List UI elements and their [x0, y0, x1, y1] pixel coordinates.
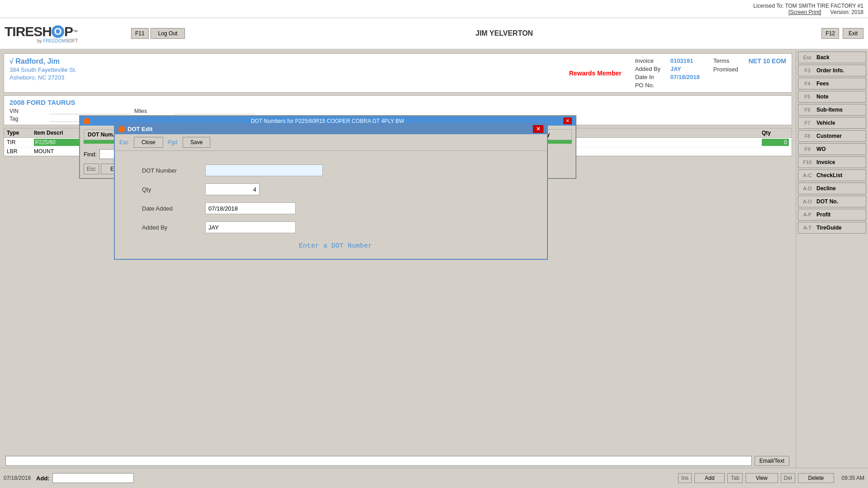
- invoice-label: Invoice: [635, 57, 667, 64]
- dot-esc-key[interactable]: Esc: [84, 164, 99, 174]
- miles-value: [174, 108, 255, 114]
- right-sidebar: Esc Back F3 Order Info. F4 Fees F5 Note …: [796, 50, 868, 468]
- invoice-number: 0103191: [670, 57, 693, 64]
- profit-button[interactable]: A-P Profit: [798, 209, 866, 221]
- customer-address1: 384 South Fayetteville St.: [9, 66, 556, 73]
- added-by-row: Added By: [142, 221, 529, 233]
- date-stamp: 07/18/2018: [4, 475, 31, 481]
- promised-label: Promised: [713, 66, 745, 73]
- vehicle-button[interactable]: F7 Vehicle: [798, 117, 866, 129]
- dot-number-input[interactable]: [205, 164, 323, 176]
- date-added-label: Date Added: [142, 205, 205, 212]
- logo-tire: TIRE: [5, 24, 33, 39]
- bottom-bar: 07/18/2018 Add: Ins Add Tab View Del Del…: [0, 468, 868, 488]
- view-button[interactable]: View: [745, 473, 778, 483]
- dot-number-label: DOT Number: [142, 167, 205, 174]
- rewards-badge: Rewards Member: [556, 57, 635, 89]
- logo-shop: SH: [33, 24, 52, 39]
- top-bar: Licensed To: TOM SMITH TIRE FACTORY #1 […: [0, 0, 868, 18]
- dot-edit-close-btn[interactable]: ✕: [533, 125, 543, 133]
- ins-key-btn[interactable]: Ins: [678, 473, 692, 483]
- decline-button[interactable]: A-D Decline: [798, 183, 866, 194]
- customer-address2: Asheboro, NC 27203: [9, 74, 556, 81]
- added-by-label-form: Added By: [142, 224, 205, 231]
- add-label: Add:: [36, 475, 50, 482]
- dot-edit-icon: [118, 126, 125, 132]
- logo-p: P: [64, 24, 73, 39]
- dot-outer-close-btn[interactable]: ✕: [563, 117, 572, 124]
- dot-edit-form: DOT Number Qty Date Added Added By Enter…: [115, 151, 547, 259]
- dot-edit-dialog: DOT Edit ✕ Esc Close Pgd Save DOT Number…: [114, 123, 548, 260]
- row1-type: TIR: [7, 139, 34, 145]
- terms-label: Terms: [713, 57, 745, 65]
- added-by-value: JAY: [670, 66, 681, 72]
- col-type: Type: [7, 130, 34, 136]
- exit-button[interactable]: Exit: [843, 28, 863, 39]
- row1-qty: 0: [762, 139, 789, 146]
- date-in-value: 07/18/2018: [670, 74, 700, 80]
- time-stamp: 09:35 AM: [841, 475, 864, 481]
- terms-value: NET 10 EOM: [749, 57, 786, 65]
- find-label: Find:: [84, 151, 97, 158]
- app-header: TIRE SH O P ™ by FREEDOMSOFT F11 Log Out…: [0, 18, 868, 50]
- pgd-key: Pgd: [168, 139, 177, 145]
- f11-button[interactable]: F11: [131, 28, 149, 39]
- note-button[interactable]: F5 Note: [798, 91, 866, 103]
- added-by-input[interactable]: [205, 221, 296, 233]
- f12-button[interactable]: F12: [821, 28, 839, 39]
- dot-no-button[interactable]: A-O DOT No.: [798, 196, 866, 207]
- sub-items-button[interactable]: F6 Sub-Items: [798, 104, 866, 116]
- logout-button[interactable]: Log Out: [151, 28, 185, 39]
- customer-name: √ Radford, Jim: [9, 57, 556, 66]
- logo-tm: ™: [73, 29, 78, 34]
- miles-label: Miles: [134, 108, 170, 114]
- po-no-label: PO No.: [635, 82, 667, 89]
- qty-input[interactable]: [205, 183, 259, 195]
- wo-button[interactable]: F9 WO: [798, 143, 866, 155]
- customer-info: √ Radford, Jim 384 South Fayetteville St…: [9, 57, 556, 89]
- email-text-button[interactable]: Email/Text: [755, 456, 789, 466]
- vin-label: VIN: [9, 108, 46, 114]
- fees-button[interactable]: F4 Fees: [798, 78, 866, 89]
- dot-status-text: Enter a DOT Number: [142, 242, 529, 250]
- close-key: Esc: [119, 139, 128, 145]
- tab-key-btn[interactable]: Tab: [727, 473, 742, 483]
- dot-number-row: DOT Number: [142, 164, 529, 176]
- added-by-label: Added By: [635, 66, 667, 72]
- add-button[interactable]: Add: [694, 473, 725, 483]
- invoice-button[interactable]: F10 Invoice: [798, 156, 866, 168]
- qty-label: Qty: [142, 186, 205, 193]
- tireguide-button[interactable]: A-T TireGuide: [798, 222, 866, 234]
- row2-type: LBR: [7, 148, 34, 155]
- license-text: Licensed To: TOM SMITH TIRE FACTORY #1: [753, 3, 863, 9]
- vin-value: [49, 108, 131, 114]
- date-added-row: Date Added: [142, 202, 529, 214]
- col-qty: Qty: [762, 130, 789, 136]
- dot-edit-titlebar: DOT Edit ✕: [115, 124, 547, 134]
- customer-invoice-card: √ Radford, Jim 384 South Fayetteville St…: [4, 53, 792, 93]
- del-key-btn[interactable]: Del: [781, 473, 795, 483]
- tag-label: Tag: [9, 116, 46, 122]
- dot-outer-title-icon: [84, 118, 90, 124]
- order-info-button[interactable]: F3 Order Info.: [798, 65, 866, 76]
- qty-row: Qty: [142, 183, 529, 195]
- delete-button[interactable]: Delete: [798, 473, 835, 483]
- date-added-input[interactable]: [205, 202, 296, 214]
- email-text-input[interactable]: [5, 456, 752, 466]
- logo-o: O: [52, 25, 64, 38]
- close-btn[interactable]: Close: [134, 137, 163, 148]
- invoice-details: Invoice 0103191 Added By JAY Date In 07/…: [635, 57, 786, 89]
- save-btn[interactable]: Save: [183, 137, 210, 148]
- add-input[interactable]: [52, 473, 134, 483]
- vehicle-title: 2008 FORD TAURUS: [9, 99, 786, 106]
- dot-edit-title: DOT Edit: [127, 126, 153, 132]
- version-text: Version: 2018: [830, 9, 863, 15]
- dot-edit-toolbar: Esc Close Pgd Save: [115, 134, 547, 151]
- back-button[interactable]: Esc Back: [798, 52, 866, 63]
- date-in-label: Date In: [635, 74, 667, 80]
- screen-print[interactable]: [Screen Print]: [788, 9, 821, 15]
- checklist-button[interactable]: A-C CheckList: [798, 169, 866, 181]
- logo-area: TIRE SH O P ™ by FREEDOMSOFT: [5, 24, 131, 43]
- customer-button[interactable]: F8 Customer: [798, 130, 866, 142]
- email-bar: Email/Text: [4, 454, 791, 468]
